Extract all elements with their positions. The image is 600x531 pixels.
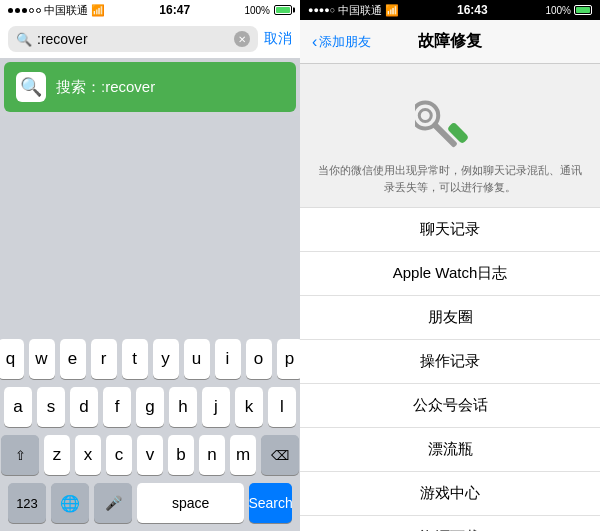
dot2 — [15, 8, 20, 13]
key-r[interactable]: r — [91, 339, 117, 379]
time-right: 16:43 — [457, 3, 488, 17]
key-o[interactable]: o — [246, 339, 272, 379]
key-row-1: q w e r t y u i o p — [4, 339, 296, 379]
key-y[interactable]: y — [153, 339, 179, 379]
battery-info-right: 100% — [545, 5, 592, 16]
back-chevron-icon: ‹ — [312, 33, 317, 51]
key-g[interactable]: g — [136, 387, 164, 427]
carrier-name-right: 中国联通 — [338, 3, 382, 18]
menu-item-drift[interactable]: 漂流瓶 — [300, 428, 600, 472]
menu-item-label: 聊天记录 — [420, 220, 480, 239]
menu-item-resources[interactable]: 资源下载 — [300, 516, 600, 531]
menu-item-label: 朋友圈 — [428, 308, 473, 327]
menu-item-label: 游戏中心 — [420, 484, 480, 503]
key-h[interactable]: h — [169, 387, 197, 427]
key-k[interactable]: k — [235, 387, 263, 427]
key-w[interactable]: w — [29, 339, 55, 379]
menu-item-subscription[interactable]: 公众号会话 — [300, 384, 600, 428]
dot3 — [22, 8, 27, 13]
battery-fill-right — [576, 7, 590, 13]
dot1 — [8, 8, 13, 13]
status-bar-left: 中国联通 📶 16:47 100% — [0, 0, 300, 20]
search-input-wrapper[interactable]: 🔍 :recover ✕ — [8, 26, 258, 52]
nav-title: 故障修复 — [418, 31, 482, 52]
search-icon: 🔍 — [16, 32, 32, 47]
keyboard: q w e r t y u i o p a s d f g h j k — [0, 331, 300, 531]
battery-fill-left — [276, 7, 290, 13]
key-a[interactable]: a — [4, 387, 32, 427]
key-row-3: ⇧ z x c v b n m ⌫ — [4, 435, 296, 475]
key-j[interactable]: j — [202, 387, 230, 427]
key-row-2: a s d f g h j k l — [4, 387, 296, 427]
signal-dots — [8, 8, 41, 13]
space-key[interactable]: space — [137, 483, 244, 523]
right-panel: ●●●●○ 中国联通 📶 16:43 100% ‹ 添加朋友 故障修复 — [300, 0, 600, 531]
shift-key[interactable]: ⇧ — [1, 435, 39, 475]
menu-item-chat[interactable]: 聊天记录 — [300, 208, 600, 252]
search-bar: 🔍 :recover ✕ 取消 — [0, 20, 300, 58]
battery-icon-right — [574, 5, 592, 15]
wifi-icon-right: 📶 — [385, 4, 399, 17]
menu-item-games[interactable]: 游戏中心 — [300, 472, 600, 516]
key-t[interactable]: t — [122, 339, 148, 379]
menu-list: 聊天记录 Apple Watch日志 朋友圈 操作记录 公众号会话 漂流瓶 游戏… — [300, 208, 600, 531]
dots-right: ●●●●○ — [308, 5, 335, 15]
status-bar-right: ●●●●○ 中国联通 📶 16:43 100% — [300, 0, 600, 20]
search-key[interactable]: Search — [249, 483, 292, 523]
carrier-info-right: ●●●●○ 中国联通 📶 — [308, 3, 399, 18]
key-x[interactable]: x — [75, 435, 101, 475]
wrench-icon — [415, 84, 485, 154]
clear-button[interactable]: ✕ — [234, 31, 250, 47]
key-u[interactable]: u — [184, 339, 210, 379]
keyboard-area: q w e r t y u i o p a s d f g h j k — [0, 116, 300, 531]
key-p[interactable]: p — [277, 339, 303, 379]
key-q[interactable]: q — [0, 339, 24, 379]
menu-item-moments[interactable]: 朋友圈 — [300, 296, 600, 340]
num-key[interactable]: 123 — [8, 483, 46, 523]
key-f[interactable]: f — [103, 387, 131, 427]
search-label: 搜索： — [56, 78, 101, 95]
cancel-button[interactable]: 取消 — [264, 30, 292, 48]
nav-bar: ‹ 添加朋友 故障修复 — [300, 20, 600, 64]
key-row-bottom: 123 🌐 🎤 space Search — [4, 483, 296, 523]
hero-section: 当你的微信使用出现异常时，例如聊天记录混乱、通讯录丢失等，可以进行修复。 — [300, 64, 600, 208]
battery-pct-left: 100% — [244, 5, 270, 16]
menu-item-operations[interactable]: 操作记录 — [300, 340, 600, 384]
wrench-icon-container — [415, 84, 485, 154]
key-n[interactable]: n — [199, 435, 225, 475]
key-s[interactable]: s — [37, 387, 65, 427]
key-z[interactable]: z — [44, 435, 70, 475]
battery-icon-left — [274, 5, 292, 15]
menu-item-label: 漂流瓶 — [428, 440, 473, 459]
svg-point-1 — [417, 107, 434, 124]
search-query: :recover — [101, 78, 155, 95]
search-input-value[interactable]: :recover — [37, 31, 229, 47]
key-v[interactable]: v — [137, 435, 163, 475]
dot4 — [29, 8, 34, 13]
search-result-icon: 🔍 — [16, 72, 46, 102]
battery-info-left: 100% — [244, 5, 292, 16]
key-d[interactable]: d — [70, 387, 98, 427]
search-result-text: 搜索：:recover — [56, 78, 155, 97]
nav-back-button[interactable]: ‹ 添加朋友 — [312, 33, 371, 51]
menu-item-label: Apple Watch日志 — [393, 264, 508, 283]
key-l[interactable]: l — [268, 387, 296, 427]
nav-back-label: 添加朋友 — [319, 33, 371, 51]
menu-item-label: 操作记录 — [420, 352, 480, 371]
left-panel: 中国联通 📶 16:47 100% 🔍 :recover ✕ 取消 🔍 搜索：:… — [0, 0, 300, 531]
menu-item-applewatch[interactable]: Apple Watch日志 — [300, 252, 600, 296]
key-c[interactable]: c — [106, 435, 132, 475]
key-b[interactable]: b — [168, 435, 194, 475]
mic-key[interactable]: 🎤 — [94, 483, 132, 523]
battery-pct-right: 100% — [545, 5, 571, 16]
globe-key[interactable]: 🌐 — [51, 483, 89, 523]
menu-item-label: 公众号会话 — [413, 396, 488, 415]
time-left: 16:47 — [159, 3, 190, 17]
key-m[interactable]: m — [230, 435, 256, 475]
search-result-item[interactable]: 🔍 搜索：:recover — [4, 62, 296, 112]
key-e[interactable]: e — [60, 339, 86, 379]
carrier-info: 中国联通 📶 — [8, 3, 105, 18]
hero-description: 当你的微信使用出现异常时，例如聊天记录混乱、通讯录丢失等，可以进行修复。 — [316, 162, 584, 195]
delete-key[interactable]: ⌫ — [261, 435, 299, 475]
key-i[interactable]: i — [215, 339, 241, 379]
